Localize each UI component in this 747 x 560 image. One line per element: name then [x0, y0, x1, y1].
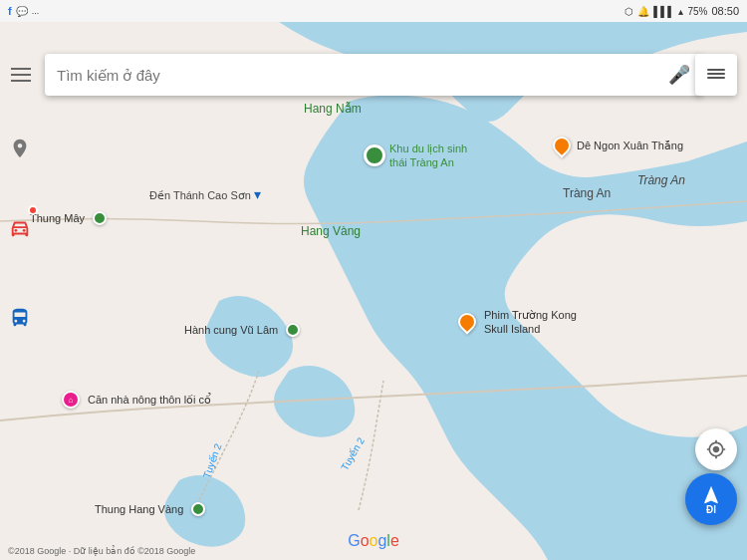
navigate-label: ĐI [706, 504, 716, 515]
map-svg [0, 22, 747, 560]
thung-may-poi[interactable]: Thung Mây [30, 211, 107, 225]
status-right-icons: ⬡ 🔔 ▌▌▌ ▴ 75% 08:50 [624, 5, 739, 17]
layers-icon [704, 63, 728, 87]
de-ngon-poi[interactable]: Dê Ngon Xuân Thắng [553, 137, 683, 154]
svg-point-5 [23, 229, 26, 232]
menu-line-2 [11, 74, 31, 76]
khu-du-lich-poi[interactable]: Khu du lịch sinhthái Tràng An [364, 141, 467, 170]
bluetooth-icon: ⬡ [624, 6, 633, 17]
notification-dot [28, 205, 38, 215]
thung-hang-vang-poi[interactable]: Thung Hang Vàng [95, 502, 205, 516]
messenger-icon: 💬 [16, 6, 28, 17]
status-left-icons: f 💬 ... [8, 5, 39, 17]
menu-line-1 [11, 68, 31, 70]
hanh-cung-poi[interactable]: Hành cung Vũ Lâm [184, 323, 300, 337]
left-sidebar [0, 44, 40, 560]
menu-line-3 [11, 80, 31, 82]
copyright-text: ©2018 Google · Dữ liệu bản đồ ©2018 Goog… [8, 546, 195, 556]
bus-icon[interactable] [0, 293, 40, 343]
svg-rect-1 [707, 77, 725, 79]
wifi-icon: ▴ [678, 6, 683, 17]
svg-rect-3 [707, 69, 725, 71]
phim-truong-poi[interactable]: Phim Trường KongSkull Island [458, 308, 577, 337]
location-button[interactable] [695, 428, 737, 470]
map-container[interactable]: 🎤 [0, 22, 747, 560]
location-pin-sidebar-icon[interactable] [0, 124, 40, 173]
signal-dots: ... [32, 6, 40, 16]
search-input[interactable] [57, 67, 668, 84]
navigate-icon [700, 484, 722, 506]
menu-button[interactable] [0, 54, 42, 96]
time-display: 08:50 [711, 5, 739, 17]
layer-button[interactable] [695, 54, 737, 96]
mic-icon[interactable]: 🎤 [668, 64, 690, 86]
can-nha-poi[interactable]: ⌂ Căn nhà nông thôn lối cổ [62, 391, 211, 409]
status-bar: f 💬 ... ⬡ 🔔 ▌▌▌ ▴ 75% 08:50 [0, 0, 747, 22]
volume-icon: 🔔 [637, 6, 649, 17]
svg-point-4 [15, 229, 18, 232]
svg-rect-2 [707, 73, 725, 75]
search-bar[interactable]: 🎤 [45, 54, 702, 96]
my-location-icon [706, 439, 726, 459]
fb-icon: f [8, 5, 12, 17]
navigate-button[interactable]: ĐI [685, 473, 737, 525]
signal-bars: ▌▌▌ [653, 6, 674, 17]
car-icon[interactable] [0, 203, 40, 253]
battery-text: 75% [687, 6, 707, 17]
